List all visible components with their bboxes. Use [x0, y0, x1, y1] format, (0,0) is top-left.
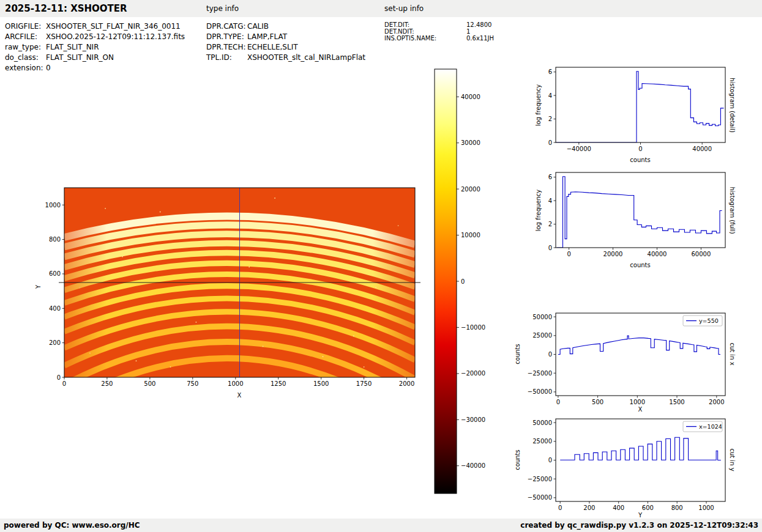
svg-text:0: 0: [62, 380, 66, 387]
file-info-block: ORIGFILE: XSHOOTER_SLT_FLAT_NIR_346_0011…: [5, 21, 185, 73]
svg-text:−25000: −25000: [528, 476, 552, 482]
svg-text:20000: 20000: [603, 251, 623, 257]
svg-text:40000: 40000: [461, 94, 480, 100]
det-dit-value: 12.4800: [466, 21, 491, 28]
histogram-full-plot: 02000040000600000246 log frequency count…: [526, 169, 738, 274]
tpl-id-value: XSHOOTER_slt_cal_NIRLampFlat: [247, 53, 365, 63]
svg-text:1750: 1750: [356, 380, 372, 387]
svg-text:−30000: −30000: [461, 416, 485, 423]
svg-text:0: 0: [461, 278, 465, 285]
extension-value: 0: [46, 63, 51, 73]
svg-text:4: 4: [548, 198, 552, 204]
svg-text:10000: 10000: [461, 232, 480, 238]
svg-text:0: 0: [548, 457, 552, 464]
svg-text:1000: 1000: [45, 202, 61, 209]
svg-text:25000: 25000: [532, 438, 552, 445]
svg-text:−40000: −40000: [567, 146, 591, 152]
meta-row-origfile: ORIGFILE: XSHOOTER_SLT_FLAT_NIR_346_0011: [5, 21, 185, 32]
header-bar: 2025-12-11: XSHOOTER type info set-up in…: [0, 0, 762, 17]
cut-x-xlabel: X: [638, 406, 643, 413]
cut-in-y-canvas: 02004006008001000−50000−2500002500050000…: [526, 415, 738, 523]
svg-text:500: 500: [144, 380, 155, 387]
svg-text:y=550: y=550: [699, 317, 719, 324]
svg-text:−40000: −40000: [461, 462, 485, 469]
hist-detail-right-label: histogram (detail): [729, 78, 736, 133]
cut-x-ylabel: counts: [514, 344, 521, 364]
svg-text:800: 800: [49, 236, 61, 243]
cut-y-ylabel: counts: [514, 449, 521, 470]
tpl-id-label: TPL.ID:: [206, 53, 247, 63]
dpr-catg-label: DPR.CATG:: [206, 21, 247, 32]
svg-text:6: 6: [548, 174, 552, 180]
rawtype-label: raw_type:: [5, 42, 46, 53]
svg-text:0: 0: [556, 399, 560, 405]
page-title: 2025-12-11: XSHOOTER: [5, 3, 127, 14]
svg-text:40000: 40000: [692, 146, 712, 152]
ins-opti5-value: 0.6x11JH: [466, 35, 494, 42]
dpr-type-label: DPR.TYPE:: [206, 32, 247, 42]
svg-text:30000: 30000: [461, 139, 480, 146]
origfile-label: ORIGFILE:: [5, 21, 46, 32]
cut-in-x-canvas: 0500100015002000−50000−2500002500050000y…: [526, 309, 738, 417]
svg-text:0: 0: [548, 351, 552, 358]
meta-row-arcfile: ARCFILE: XSHOO.2025-12-12T09:11:12.137.f…: [5, 32, 185, 42]
dpr-type-value: LAMP,FLAT: [247, 32, 287, 42]
type-info-block: DPR.CATG: CALIB DPR.TYPE: LAMP,FLAT DPR.…: [206, 21, 365, 63]
svg-text:−25000: −25000: [528, 370, 552, 377]
svg-text:1000: 1000: [698, 504, 714, 511]
svg-text:20000: 20000: [461, 186, 480, 193]
hist-full-xlabel: counts: [630, 262, 650, 268]
ins-opti5-label: INS.OPTI5.NAME:: [384, 35, 466, 42]
arcfile-value: XSHOO.2025-12-12T09:11:12.137.fits: [46, 32, 185, 42]
svg-text:1500: 1500: [669, 399, 684, 405]
histogram-detail-canvas: −400000400000246: [526, 64, 738, 169]
svg-text:1000: 1000: [228, 380, 243, 387]
svg-text:0: 0: [567, 251, 570, 257]
extension-label: extension:: [5, 63, 46, 73]
rawtype-value: FLAT_SLIT_NIR: [46, 42, 99, 53]
meta-row-ins-opti5: INS.OPTI5.NAME: 0.6x11JH: [384, 35, 494, 42]
hist-full-ylabel: log frequency: [535, 190, 542, 232]
raw-image-canvas: 0250500750100012501500175020000200400600…: [34, 183, 425, 401]
svg-text:2000: 2000: [709, 399, 724, 405]
meta-row-dpr-tech: DPR.TECH: ECHELLE,SLIT: [206, 42, 365, 53]
dpr-catg-value: CALIB: [247, 21, 269, 32]
hist-detail-ylabel: log frequency: [535, 84, 542, 127]
svg-text:−50000: −50000: [528, 388, 552, 395]
svg-text:2: 2: [548, 116, 552, 122]
det-ndit-label: DET.NDIT:: [384, 28, 466, 35]
svg-text:1000: 1000: [630, 399, 645, 405]
raw-image-plot: 0250500750100012501500175020000200400600…: [34, 183, 425, 401]
svg-text:200: 200: [49, 339, 61, 346]
type-info-heading: type info: [206, 4, 239, 13]
footer-credit-right: created by qc_rawdisp.py v1.2.3 on 2025-…: [520, 521, 758, 530]
cut-y-xlabel: Y: [638, 512, 642, 519]
colorbar: 400003000020000100000−10000−20000−30000−…: [422, 65, 490, 500]
image-ylabel: Y: [35, 285, 42, 289]
meta-row-det-ndit: DET.NDIT: 1: [384, 28, 494, 35]
image-xlabel: X: [237, 392, 242, 399]
qc-report-page: 2025-12-11: XSHOOTER type info set-up in…: [0, 0, 762, 532]
svg-text:800: 800: [671, 504, 683, 511]
meta-row-doclass: do_class: FLAT_SLIT_NIR_ON: [5, 53, 185, 63]
svg-text:600: 600: [642, 504, 654, 511]
svg-text:750: 750: [187, 380, 198, 387]
svg-text:6: 6: [548, 68, 552, 75]
svg-text:0: 0: [548, 139, 552, 146]
svg-text:1500: 1500: [313, 380, 329, 387]
doclass-value: FLAT_SLIT_NIR_ON: [46, 53, 114, 63]
svg-text:4: 4: [548, 92, 552, 99]
svg-text:250: 250: [101, 380, 113, 387]
setup-info-block: DET.DIT: 12.4800 DET.NDIT: 1 INS.OPTI5.N…: [384, 21, 494, 42]
svg-text:−20000: −20000: [461, 370, 485, 377]
meta-row-extension: extension: 0: [5, 63, 185, 73]
svg-text:200: 200: [583, 504, 595, 511]
svg-text:50000: 50000: [532, 314, 552, 320]
svg-text:400: 400: [613, 504, 624, 511]
cut-x-right-label: cut in x: [729, 342, 736, 365]
svg-text:500: 500: [592, 399, 603, 405]
det-ndit-value: 1: [466, 28, 470, 35]
svg-text:40000: 40000: [648, 251, 667, 257]
cut-y-right-label: cut in y: [729, 448, 736, 471]
svg-text:400: 400: [49, 305, 61, 312]
